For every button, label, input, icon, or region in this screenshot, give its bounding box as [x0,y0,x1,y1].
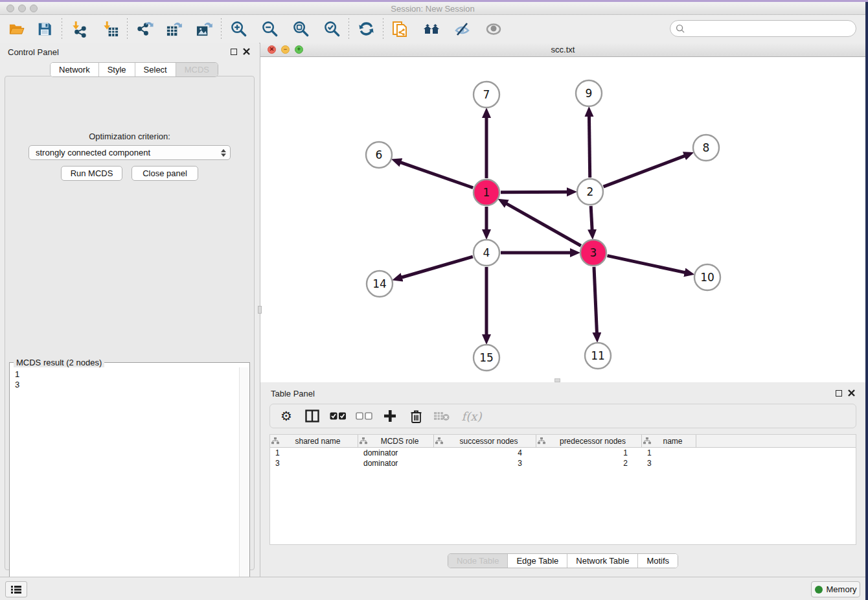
tab-network[interactable]: Network [51,63,99,76]
control-panel-title: Control Panel [8,47,59,57]
edge-3-11[interactable] [594,267,597,334]
search-field[interactable] [670,20,856,37]
node-4[interactable]: 4 [474,240,499,266]
table-tabs: Node TableEdge TableNetwork TableMotifs [448,553,678,568]
result-scrollbar[interactable] [239,367,249,600]
edge-2-3[interactable] [591,206,592,231]
deselect-all-checkboxes-icon[interactable] [356,408,372,424]
column-header-shared-name[interactable]: shared name [270,435,358,447]
zoom-selected-icon[interactable] [321,18,343,40]
node-7[interactable]: 7 [474,82,499,108]
vertical-splitter-handle[interactable] [258,306,262,314]
toolbar-separator [348,18,349,40]
node-6[interactable]: 6 [366,142,392,168]
column-settings-gear-icon[interactable]: ⚙ [278,408,295,424]
open-folder-icon[interactable] [5,18,27,40]
search-input[interactable] [689,23,851,34]
import-network-icon[interactable] [68,18,90,40]
close-panel-button[interactable]: Close panel [131,166,198,181]
task-history-button[interactable] [5,581,27,597]
select-all-checkboxes-icon[interactable] [330,408,347,424]
tab-style[interactable]: Style [99,63,135,76]
tab-node-table[interactable]: Node Table [448,554,508,568]
cell-predecessor-nodes[interactable]: 2 [536,459,642,468]
export-table-icon[interactable] [163,18,185,40]
column-header-successor-nodes[interactable]: successor nodes [434,435,536,447]
show-all-icon[interactable] [483,18,505,40]
close-table-panel-icon[interactable] [848,389,855,397]
node-15[interactable]: 15 [474,345,499,371]
node-14[interactable]: 14 [367,271,393,297]
column-header-predecessor-nodes[interactable]: predecessor nodes [536,435,642,447]
edge-3-10[interactable] [608,256,686,273]
float-table-panel-icon[interactable] [836,390,842,397]
add-column-icon[interactable] [382,408,398,424]
split-table-icon[interactable] [304,408,321,424]
zoom-fit-icon[interactable] [290,18,312,40]
import-table-icon[interactable] [99,18,121,40]
column-type-icon [435,437,443,444]
table-row[interactable]: 1dominator411 [270,448,856,458]
zoom-out-icon[interactable] [258,18,280,40]
svg-text:7: 7 [483,88,490,101]
float-panel-icon[interactable] [231,49,237,55]
cell-predecessor-nodes[interactable]: 1 [536,448,642,457]
run-mcds-button[interactable]: Run MCDS [61,166,122,181]
optimization-criterion-select[interactable]: strongly connected component [29,145,231,160]
cell-MCDS-role[interactable]: dominator [358,448,434,457]
zoom-in-icon[interactable] [227,18,249,40]
cell-successor-nodes[interactable]: 4 [434,448,536,457]
export-image-icon[interactable] [193,18,215,40]
edge-3-1[interactable] [506,203,581,246]
tab-network-table[interactable]: Network Table [567,554,638,568]
column-header-name[interactable]: name [642,435,696,447]
horizontal-splitter-handle[interactable] [554,378,560,382]
first-neighbors-icon[interactable] [420,18,442,40]
cell-name[interactable]: 3 [642,459,696,468]
tab-mcds[interactable]: MCDS [176,63,218,76]
table-panel-title: Table Panel [271,389,315,398]
close-panel-icon[interactable] [243,48,250,55]
table-row[interactable]: 3dominator323 [270,458,856,468]
column-header-MCDS-role[interactable]: MCDS role [358,435,434,447]
tab-motifs[interactable]: Motifs [638,554,678,568]
hide-selected-icon[interactable] [451,18,474,40]
node-8[interactable]: 8 [693,135,719,161]
tab-edge-table[interactable]: Edge Table [508,554,567,568]
cell-MCDS-role[interactable]: dominator [358,459,434,468]
cell-shared-name[interactable]: 3 [270,459,358,468]
edge-1-6[interactable] [400,162,473,188]
edge-1-2[interactable] [501,192,568,192]
node-1[interactable]: 1 [474,179,499,205]
clone-network-icon[interactable] [389,18,411,40]
network-window-titlebar: ✕ − + scc.txt [260,43,865,57]
node-2[interactable]: 2 [577,179,603,205]
edge-4-14[interactable] [401,257,473,277]
node-11[interactable]: 11 [585,343,611,369]
selected-option: strongly connected component [36,148,150,157]
refresh-icon[interactable] [355,18,377,40]
toolbar-separator [383,18,383,40]
edge-2-9[interactable] [589,115,589,178]
network-window-title: scc.txt [260,45,865,54]
desktop-edge [865,0,868,600]
cell-name[interactable]: 1 [642,448,696,457]
node-10[interactable]: 10 [694,264,720,290]
network-canvas[interactable]: 7968124314101511 [260,57,865,382]
cell-successor-nodes[interactable]: 3 [434,459,536,468]
memory-button[interactable]: Memory [811,581,860,597]
delete-column-trash-icon[interactable] [407,408,424,424]
svg-text:11: 11 [591,349,605,362]
mcds-result-list[interactable]: 13 [10,367,240,600]
save-session-icon[interactable] [34,18,56,40]
network-graph[interactable]: 7968124314101511 [260,57,865,382]
cell-shared-name[interactable]: 1 [270,448,358,457]
edge-2-8[interactable] [604,156,686,187]
node-9[interactable]: 9 [576,80,602,106]
node-3[interactable]: 3 [580,240,606,266]
control-panel: Control Panel NetworkStyleSelectMCDS Opt… [0,43,259,577]
tab-select[interactable]: Select [135,63,176,76]
network-view-window: ✕ − + scc.txt 7968124314101511 [260,43,865,382]
node-table[interactable]: shared nameMCDS rolesuccessor nodesprede… [269,434,856,545]
export-network-icon[interactable] [133,18,155,40]
